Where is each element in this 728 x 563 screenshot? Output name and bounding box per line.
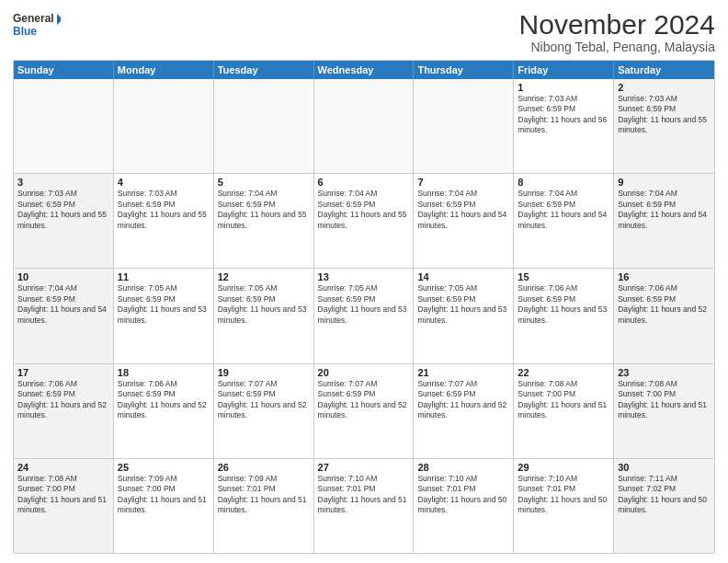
- daylight-text: Daylight: 11 hours and 55 minutes.: [618, 115, 711, 136]
- sunset-text: Sunset: 6:59 PM: [218, 200, 310, 210]
- daylight-text: Daylight: 11 hours and 53 minutes.: [417, 304, 509, 326]
- daylight-text: Daylight: 11 hours and 53 minutes.: [118, 304, 210, 326]
- calendar-cell: 26 Sunrise: 7:09 AM Sunset: 7:01 PM Dayl…: [214, 459, 314, 553]
- sunset-text: Sunset: 6:59 PM: [17, 389, 109, 399]
- calendar-cell: 18 Sunrise: 7:06 AM Sunset: 6:59 PM Dayl…: [114, 364, 214, 458]
- calendar-week-2: 3 Sunrise: 7:03 AM Sunset: 6:59 PM Dayli…: [14, 174, 714, 269]
- daylight-text: Daylight: 11 hours and 52 minutes.: [218, 400, 310, 421]
- sunrise-text: Sunrise: 7:09 AM: [118, 474, 210, 484]
- calendar-cell: 12 Sunrise: 7:05 AM Sunset: 6:59 PM Dayl…: [214, 269, 314, 362]
- daylight-text: Daylight: 11 hours and 54 minutes.: [618, 210, 711, 231]
- sunset-text: Sunset: 6:59 PM: [118, 389, 210, 399]
- sunset-text: Sunset: 6:59 PM: [417, 389, 509, 399]
- calendar-cell: 19 Sunrise: 7:07 AM Sunset: 6:59 PM Dayl…: [214, 364, 314, 458]
- daylight-text: Daylight: 11 hours and 54 minutes.: [17, 304, 109, 326]
- day-number: 19: [218, 367, 310, 378]
- sunset-text: Sunset: 6:59 PM: [318, 389, 410, 399]
- calendar-cell: 2 Sunrise: 7:03 AM Sunset: 6:59 PM Dayli…: [614, 79, 714, 173]
- calendar-cell: [414, 79, 514, 173]
- sunrise-text: Sunrise: 7:06 AM: [618, 283, 711, 293]
- day-number: 28: [417, 462, 509, 473]
- sunset-text: Sunset: 6:59 PM: [318, 200, 410, 210]
- day-number: 4: [118, 177, 210, 188]
- daylight-text: Daylight: 11 hours and 52 minutes.: [318, 400, 410, 421]
- sunrise-text: Sunrise: 7:10 AM: [518, 474, 609, 484]
- day-number: 27: [318, 462, 410, 473]
- sunrise-text: Sunrise: 7:08 AM: [618, 379, 711, 389]
- sunset-text: Sunset: 6:59 PM: [218, 389, 310, 399]
- daylight-text: Daylight: 11 hours and 51 minutes.: [618, 400, 711, 421]
- svg-text:Blue: Blue: [13, 25, 37, 38]
- sunset-text: Sunset: 7:00 PM: [17, 484, 109, 494]
- daylight-text: Daylight: 11 hours and 56 minutes.: [518, 115, 609, 136]
- sunset-text: Sunset: 6:59 PM: [17, 294, 109, 304]
- sunset-text: Sunset: 6:59 PM: [518, 294, 609, 304]
- sunrise-text: Sunrise: 7:05 AM: [218, 283, 310, 293]
- sunset-text: Sunset: 6:59 PM: [518, 200, 609, 210]
- day-number: 20: [318, 367, 410, 378]
- day-number: 25: [118, 462, 210, 473]
- sunrise-text: Sunrise: 7:06 AM: [17, 379, 109, 389]
- calendar-cell: 6 Sunrise: 7:04 AM Sunset: 6:59 PM Dayli…: [314, 174, 415, 268]
- calendar-cell: 11 Sunrise: 7:05 AM Sunset: 6:59 PM Dayl…: [114, 269, 214, 362]
- sunrise-text: Sunrise: 7:11 AM: [618, 474, 711, 484]
- daylight-text: Daylight: 11 hours and 52 minutes.: [417, 400, 509, 421]
- daylight-text: Daylight: 11 hours and 55 minutes.: [218, 210, 310, 231]
- calendar-cell: 25 Sunrise: 7:09 AM Sunset: 7:00 PM Dayl…: [114, 459, 214, 553]
- daylight-text: Daylight: 11 hours and 50 minutes.: [417, 495, 509, 516]
- sunset-text: Sunset: 6:59 PM: [618, 104, 711, 114]
- daylight-text: Daylight: 11 hours and 51 minutes.: [218, 495, 310, 516]
- sunset-text: Sunset: 7:01 PM: [318, 484, 410, 494]
- daylight-text: Daylight: 11 hours and 51 minutes.: [518, 400, 609, 421]
- header-sunday: Sunday: [14, 61, 114, 79]
- sunrise-text: Sunrise: 7:03 AM: [518, 94, 609, 104]
- day-number: 8: [518, 177, 609, 188]
- sunrise-text: Sunrise: 7:10 AM: [318, 474, 410, 484]
- daylight-text: Daylight: 11 hours and 52 minutes.: [17, 400, 109, 421]
- header-thursday: Thursday: [414, 61, 514, 79]
- calendar-cell: 1 Sunrise: 7:03 AM Sunset: 6:59 PM Dayli…: [514, 79, 614, 173]
- sunset-text: Sunset: 6:59 PM: [118, 294, 210, 304]
- header-monday: Monday: [114, 61, 214, 79]
- sunset-text: Sunset: 7:00 PM: [518, 389, 609, 399]
- day-number: 7: [417, 177, 509, 188]
- day-number: 17: [17, 367, 109, 378]
- sunset-text: Sunset: 6:59 PM: [318, 294, 410, 304]
- sunrise-text: Sunrise: 7:05 AM: [417, 283, 509, 293]
- calendar-cell: 5 Sunrise: 7:04 AM Sunset: 6:59 PM Dayli…: [214, 174, 314, 268]
- sunset-text: Sunset: 7:01 PM: [518, 484, 609, 494]
- calendar-cell: 30 Sunrise: 7:11 AM Sunset: 7:02 PM Dayl…: [614, 459, 714, 553]
- daylight-text: Daylight: 11 hours and 50 minutes.: [618, 495, 711, 516]
- calendar-cell: [14, 79, 114, 173]
- calendar-header: Sunday Monday Tuesday Wednesday Thursday…: [14, 61, 714, 79]
- day-number: 22: [518, 367, 609, 378]
- daylight-text: Daylight: 11 hours and 51 minutes.: [118, 495, 210, 516]
- day-number: 14: [417, 271, 509, 282]
- sunrise-text: Sunrise: 7:08 AM: [518, 379, 609, 389]
- day-number: 1: [518, 82, 609, 93]
- calendar-cell: 16 Sunrise: 7:06 AM Sunset: 6:59 PM Dayl…: [614, 269, 714, 362]
- sunset-text: Sunset: 6:59 PM: [518, 104, 609, 114]
- calendar-cell: 13 Sunrise: 7:05 AM Sunset: 6:59 PM Dayl…: [314, 269, 415, 362]
- day-number: 10: [17, 271, 109, 282]
- sunset-text: Sunset: 6:59 PM: [618, 294, 711, 304]
- sunrise-text: Sunrise: 7:06 AM: [518, 283, 609, 293]
- title-block: November 2024 Nibong Tebal, Penang, Mala…: [519, 9, 715, 54]
- logo: General Blue: [13, 9, 61, 42]
- sunset-text: Sunset: 6:59 PM: [118, 200, 210, 210]
- header-tuesday: Tuesday: [214, 61, 314, 79]
- day-number: 18: [118, 367, 210, 378]
- day-number: 21: [417, 367, 509, 378]
- sunrise-text: Sunrise: 7:04 AM: [618, 189, 711, 199]
- calendar-cell: [114, 79, 214, 173]
- svg-text:General: General: [13, 12, 54, 25]
- calendar-cell: [214, 79, 314, 173]
- daylight-text: Daylight: 11 hours and 55 minutes.: [118, 210, 210, 231]
- page-header: General Blue November 2024 Nibong Tebal,…: [13, 9, 715, 54]
- calendar-cell: 21 Sunrise: 7:07 AM Sunset: 6:59 PM Dayl…: [414, 364, 514, 458]
- sunset-text: Sunset: 6:59 PM: [618, 200, 711, 210]
- sunrise-text: Sunrise: 7:07 AM: [417, 379, 509, 389]
- sunrise-text: Sunrise: 7:05 AM: [118, 283, 210, 293]
- calendar-cell: 9 Sunrise: 7:04 AM Sunset: 6:59 PM Dayli…: [614, 174, 714, 268]
- sunrise-text: Sunrise: 7:09 AM: [218, 474, 310, 484]
